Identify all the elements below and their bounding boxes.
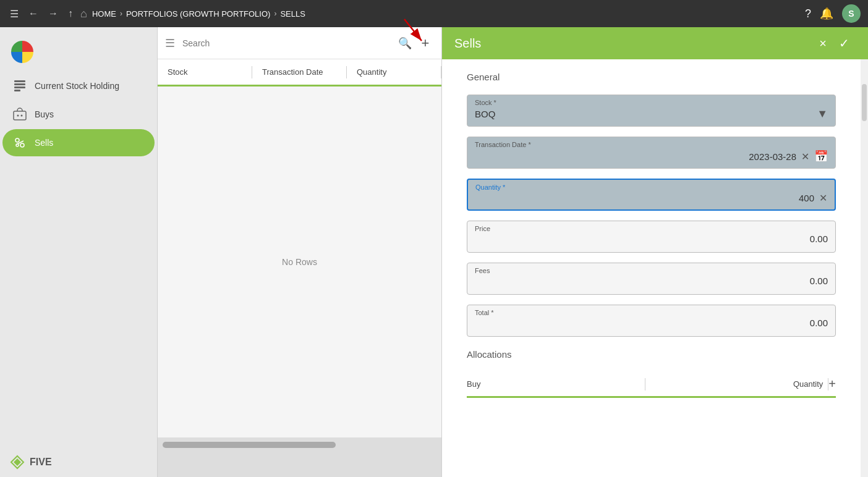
- transaction-date-wrapper[interactable]: Transaction Date * 2023-03-28 ✕ 📅: [467, 137, 836, 169]
- alloc-add-button[interactable]: +: [828, 377, 836, 391]
- list-panel: ☰ 🔍 + Stock Transaction Date: [158, 27, 442, 477]
- dropdown-icon: ▼: [817, 108, 828, 120]
- col-header-quantity[interactable]: Quantity: [347, 67, 441, 77]
- home-icon: ⌂: [80, 7, 87, 20]
- stock-label: Stock *: [475, 99, 828, 106]
- breadcrumb-sells[interactable]: SELLS: [280, 9, 305, 19]
- sidebar-logo: [0, 32, 157, 72]
- total-wrapper[interactable]: Total * 0.00: [467, 305, 836, 337]
- stock-value: BOQ ▼: [475, 108, 828, 120]
- price-field: Price 0.00: [467, 221, 836, 253]
- sidebar-item-buys[interactable]: Buys: [2, 101, 155, 128]
- price-wrapper[interactable]: Price 0.00: [467, 221, 836, 253]
- close-button[interactable]: ×: [813, 34, 833, 53]
- date-clear-button[interactable]: ✕: [801, 151, 809, 163]
- price-value: 0.00: [475, 234, 828, 244]
- quantity-field: Quantity * 400 ✕: [467, 179, 836, 211]
- menu-icon[interactable]: ☰: [7, 6, 21, 22]
- sidebar-item-sells[interactable]: Sells: [2, 129, 155, 156]
- search-icon[interactable]: 🔍: [398, 36, 412, 50]
- sells-header: Sells × ✓: [442, 27, 868, 59]
- col-header-stock[interactable]: Stock: [158, 67, 252, 77]
- svg-rect-1: [14, 80, 25, 82]
- sells-icon: [12, 135, 27, 150]
- sells-body: General Stock * BOQ ▼ Transaction Date *: [442, 59, 861, 477]
- svg-point-8: [15, 138, 19, 142]
- svg-point-11: [16, 144, 19, 146]
- alloc-col-buy: Buy: [467, 379, 645, 389]
- main-layout: Current Stock Holding Buys: [0, 27, 868, 477]
- add-button-container: +: [417, 35, 434, 52]
- transaction-date-label: Transaction Date *: [475, 141, 828, 148]
- scrollbar-thumb: [163, 442, 336, 448]
- transaction-date-value: 2023-03-28: [475, 151, 796, 162]
- five-logo: FIVE: [10, 455, 147, 470]
- svg-point-7: [21, 115, 23, 117]
- search-input[interactable]: [180, 36, 393, 51]
- calendar-button[interactable]: 📅: [814, 150, 828, 163]
- quantity-clear-button[interactable]: ✕: [819, 192, 827, 204]
- stock-value-text: BOQ: [475, 109, 495, 119]
- total-label: Total *: [475, 309, 828, 316]
- list-toolbar: ☰ 🔍 +: [158, 27, 441, 59]
- buys-svg: [13, 108, 27, 121]
- help-icon[interactable]: ?: [805, 7, 811, 20]
- list-footer: [158, 452, 441, 477]
- allocations-section: Allocations Buy Quantity +: [467, 349, 836, 398]
- col-header-transaction-date[interactable]: Transaction Date: [252, 67, 346, 77]
- scrollbar-thumb-right: [862, 84, 867, 121]
- quantity-value-row: 400 ✕: [475, 192, 827, 204]
- sidebar-item-label-sells: Sells: [35, 138, 53, 148]
- vertical-scrollbar[interactable]: [861, 59, 868, 477]
- breadcrumb-sep1: ›: [120, 9, 122, 18]
- horizontal-scrollbar[interactable]: [158, 437, 441, 452]
- svg-rect-2: [14, 83, 25, 85]
- svg-rect-4: [14, 90, 20, 91]
- current-stock-svg: [13, 79, 27, 93]
- total-field: Total * 0.00: [467, 305, 836, 337]
- table-header: Stock Transaction Date Quantity: [158, 59, 441, 87]
- price-label: Price: [475, 225, 828, 232]
- sidebar: Current Stock Holding Buys: [0, 27, 158, 477]
- svg-rect-5: [14, 111, 26, 120]
- sells-title: Sells: [454, 36, 813, 51]
- sidebar-item-current-stock-holding[interactable]: Current Stock Holding: [2, 72, 155, 99]
- fees-label: Fees: [475, 267, 828, 274]
- up-icon[interactable]: ↑: [66, 6, 75, 22]
- svg-rect-3: [14, 87, 25, 88]
- allocations-title: Allocations: [467, 349, 836, 360]
- forward-icon[interactable]: →: [46, 6, 61, 22]
- current-stock-icon: [12, 78, 27, 93]
- notification-icon[interactable]: 🔔: [820, 7, 833, 20]
- sells-svg: [13, 136, 27, 150]
- alloc-table-header: Buy Quantity +: [467, 372, 836, 398]
- filter-icon[interactable]: ☰: [165, 36, 175, 50]
- fees-value-row: 0.00: [475, 276, 828, 286]
- fees-wrapper[interactable]: Fees 0.00: [467, 263, 836, 295]
- breadcrumb-home[interactable]: HOME: [92, 9, 116, 19]
- sidebar-bottom: FIVE: [0, 447, 157, 477]
- transaction-date-field: Transaction Date * 2023-03-28 ✕ 📅: [467, 137, 836, 169]
- stock-field: Stock * BOQ ▼: [467, 95, 836, 127]
- breadcrumb-sep2: ›: [274, 9, 276, 18]
- svg-marker-13: [14, 458, 21, 466]
- breadcrumb: HOME › PORTFOLIOS (GROWTH PORTFOLIO) › S…: [92, 9, 305, 19]
- app-logo-icon: [10, 40, 35, 64]
- confirm-button[interactable]: ✓: [833, 33, 856, 53]
- back-icon[interactable]: ←: [26, 6, 41, 22]
- general-section-title: General: [467, 72, 836, 82]
- stock-field-wrapper[interactable]: Stock * BOQ ▼: [467, 95, 836, 127]
- breadcrumb-portfolios[interactable]: PORTFOLIOS (GROWTH PORTFOLIO): [126, 9, 271, 19]
- add-button[interactable]: +: [417, 35, 434, 52]
- svg-point-6: [17, 115, 19, 117]
- quantity-wrapper[interactable]: Quantity * 400 ✕: [467, 179, 836, 211]
- sidebar-item-label-buys: Buys: [35, 109, 54, 119]
- sidebar-item-label-current-stock: Current Stock Holding: [35, 81, 119, 91]
- total-value: 0.00: [475, 318, 828, 328]
- avatar[interactable]: S: [842, 4, 861, 23]
- quantity-label: Quantity *: [475, 184, 827, 191]
- fees-field: Fees 0.00: [467, 263, 836, 295]
- transaction-date-value-row: 2023-03-28 ✕ 📅: [475, 150, 828, 163]
- svg-point-9: [20, 143, 24, 147]
- five-logo-text: FIVE: [30, 457, 52, 468]
